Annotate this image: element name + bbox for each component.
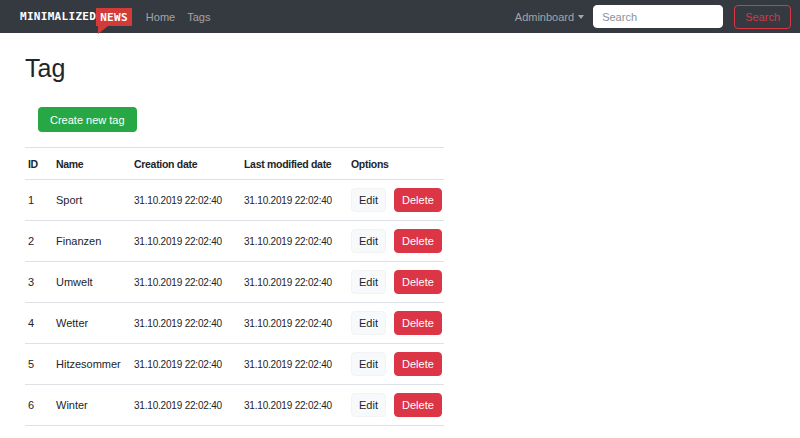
cell-modified-date: 31.10.2019 22:02:40: [241, 385, 348, 426]
delete-button[interactable]: Delete: [394, 393, 442, 417]
delete-button[interactable]: Delete: [394, 188, 442, 212]
nav-link-tags[interactable]: Tags: [187, 11, 210, 23]
navbar: MINIMALIZED NEWS Home Tags Adminboard Se…: [0, 0, 800, 33]
adminboard-dropdown-label: Adminboard: [515, 11, 574, 23]
table-row: 1 Sport 31.10.2019 22:02:40 31.10.2019 2…: [25, 180, 444, 221]
cell-name: Finanzen: [53, 221, 131, 262]
cell-id: 6: [25, 385, 53, 426]
delete-button[interactable]: Delete: [394, 270, 442, 294]
column-header-options: Options: [348, 148, 444, 180]
edit-button[interactable]: Edit: [351, 270, 386, 294]
page-title: Tag: [25, 53, 800, 83]
column-header-name: Name: [53, 148, 131, 180]
brand-accent-text: NEWS: [100, 11, 128, 24]
cell-name: Sport: [53, 180, 131, 221]
cell-id: 1: [25, 180, 53, 221]
speech-bubble-tail-icon: [98, 26, 108, 34]
search-input[interactable]: [593, 5, 723, 28]
adminboard-dropdown[interactable]: Adminboard: [515, 11, 584, 23]
delete-button[interactable]: Delete: [394, 311, 442, 335]
cell-id: 4: [25, 303, 53, 344]
cell-id: 2: [25, 221, 53, 262]
cell-creation-date: 31.10.2019 22:02:40: [131, 180, 241, 221]
edit-button[interactable]: Edit: [351, 229, 386, 253]
cell-options: Edit Delete: [348, 262, 444, 303]
cell-options: Edit Delete: [348, 385, 444, 426]
cell-id: 3: [25, 262, 53, 303]
cell-options: Edit Delete: [348, 180, 444, 221]
search-button[interactable]: Search: [734, 5, 791, 29]
cell-options: Edit Delete: [348, 221, 444, 262]
edit-button[interactable]: Edit: [351, 393, 386, 417]
nav-link-home[interactable]: Home: [146, 11, 175, 23]
cell-modified-date: 31.10.2019 22:02:40: [241, 303, 348, 344]
table-row: 6 Winter 31.10.2019 22:02:40 31.10.2019 …: [25, 385, 444, 426]
table-row: 4 Wetter 31.10.2019 22:02:40 31.10.2019 …: [25, 303, 444, 344]
caret-down-icon: [578, 15, 584, 19]
create-new-tag-button[interactable]: Create new tag: [38, 107, 137, 132]
delete-button[interactable]: Delete: [394, 352, 442, 376]
tags-table: ID Name Creation date Last modified date…: [25, 147, 444, 426]
edit-button[interactable]: Edit: [351, 188, 386, 212]
cell-options: Edit Delete: [348, 303, 444, 344]
main-content: Tag Create new tag ID Name Creation date…: [0, 53, 800, 426]
cell-creation-date: 31.10.2019 22:02:40: [131, 221, 241, 262]
delete-button[interactable]: Delete: [394, 229, 442, 253]
column-header-id: ID: [25, 148, 53, 180]
cell-name: Umwelt: [53, 262, 131, 303]
brand-logo[interactable]: MINIMALIZED NEWS: [20, 7, 132, 26]
cell-name: Winter: [53, 385, 131, 426]
table-row: 3 Umwelt 31.10.2019 22:02:40 31.10.2019 …: [25, 262, 444, 303]
brand-accent-badge: NEWS: [96, 8, 132, 26]
edit-button[interactable]: Edit: [351, 311, 386, 335]
brand-text: MINIMALIZED: [20, 11, 96, 22]
nav-links: Home Tags: [146, 11, 223, 23]
cell-modified-date: 31.10.2019 22:02:40: [241, 262, 348, 303]
cell-modified-date: 31.10.2019 22:02:40: [241, 221, 348, 262]
cell-name: Hitzesommer: [53, 344, 131, 385]
cell-name: Wetter: [53, 303, 131, 344]
edit-button[interactable]: Edit: [351, 352, 386, 376]
table-row: 5 Hitzesommer 31.10.2019 22:02:40 31.10.…: [25, 344, 444, 385]
cell-creation-date: 31.10.2019 22:02:40: [131, 303, 241, 344]
navbar-right: Adminboard Search: [515, 5, 791, 29]
cell-id: 5: [25, 344, 53, 385]
column-header-creation-date: Creation date: [131, 148, 241, 180]
cell-creation-date: 31.10.2019 22:02:40: [131, 385, 241, 426]
cell-creation-date: 31.10.2019 22:02:40: [131, 344, 241, 385]
cell-options: Edit Delete: [348, 344, 444, 385]
cell-modified-date: 31.10.2019 22:02:40: [241, 344, 348, 385]
table-header-row: ID Name Creation date Last modified date…: [25, 148, 444, 180]
cell-creation-date: 31.10.2019 22:02:40: [131, 262, 241, 303]
cell-modified-date: 31.10.2019 22:02:40: [241, 180, 348, 221]
column-header-last-modified-date: Last modified date: [241, 148, 348, 180]
table-row: 2 Finanzen 31.10.2019 22:02:40 31.10.201…: [25, 221, 444, 262]
